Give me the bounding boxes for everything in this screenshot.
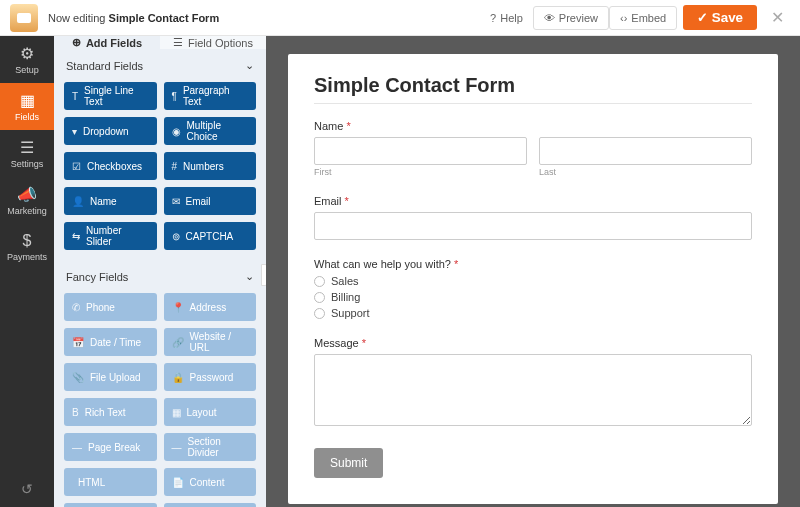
gear-icon: ⚙ <box>0 44 54 63</box>
field-phone[interactable]: ✆Phone <box>64 293 157 321</box>
field-numbers[interactable]: #Numbers <box>164 152 257 180</box>
help-link[interactable]: ?Help <box>480 7 533 29</box>
field-number-slider[interactable]: ⇆Number Slider <box>64 222 157 250</box>
field-icon: ¶ <box>172 91 177 102</box>
nav-payments[interactable]: $Payments <box>0 224 54 270</box>
field-icon: — <box>72 442 82 453</box>
standard-fields-header[interactable]: Standard Fields⌄ <box>54 49 266 82</box>
field-icon: ◉ <box>172 126 181 137</box>
field-content[interactable]: 📄Content <box>164 468 257 496</box>
topbar: Now editing Simple Contact Form ?Help 👁P… <box>0 0 800 36</box>
dollar-icon: $ <box>0 232 54 250</box>
editing-label: Now editing Simple Contact Form <box>48 12 480 24</box>
field-checkboxes[interactable]: ☑Checkboxes <box>64 152 157 180</box>
field-rich-text[interactable]: BRich Text <box>64 398 157 426</box>
field-icon: ✆ <box>72 302 80 313</box>
field-website-url[interactable]: 🔗Website / URL <box>164 328 257 356</box>
option-support[interactable]: Support <box>314 307 752 319</box>
submit-button[interactable]: Submit <box>314 448 383 478</box>
chevron-down-icon: ⌄ <box>245 59 254 72</box>
field-layout[interactable]: ▦Layout <box>164 398 257 426</box>
option-billing[interactable]: Billing <box>314 291 752 303</box>
list-icon: ▦ <box>0 91 54 110</box>
field-multiple-choice[interactable]: ◉Multiple Choice <box>164 117 257 145</box>
history-icon: ↺ <box>21 481 33 497</box>
form-preview: Simple Contact Form Name * First Last Em… <box>288 54 778 504</box>
field-icon: 🔗 <box>172 337 184 348</box>
help-field[interactable]: What can we help you with? * SalesBillin… <box>314 258 752 319</box>
field-icon: ⊚ <box>172 231 180 242</box>
field-address[interactable]: 📍Address <box>164 293 257 321</box>
email-field[interactable]: Email * <box>314 195 752 240</box>
field-email[interactable]: ✉Email <box>164 187 257 215</box>
field-icon: ▾ <box>72 126 77 137</box>
field-icon: T <box>72 91 78 102</box>
revisions-button[interactable]: ↺ <box>21 481 33 497</box>
plus-icon: ⊕ <box>72 36 81 49</box>
field-icon: 🔒 <box>172 372 184 383</box>
name-field[interactable]: Name * First Last <box>314 120 752 177</box>
field-captcha[interactable]: ⊚CAPTCHA <box>164 222 257 250</box>
field-file-upload[interactable]: 📎File Upload <box>64 363 157 391</box>
message-field[interactable]: Message * <box>314 337 752 430</box>
fields-panel: ⊕Add Fields ☰Field Options Standard Fiel… <box>54 36 266 507</box>
nav-fields[interactable]: ▦Fields <box>0 83 54 130</box>
field-icon: 📎 <box>72 372 84 383</box>
title-divider <box>314 103 752 104</box>
field-icon: B <box>72 407 79 418</box>
field-icon: 👤 <box>72 196 84 207</box>
save-button[interactable]: ✓ Save <box>683 5 757 30</box>
fancy-fields-header[interactable]: Fancy Fields⌄ <box>54 260 266 293</box>
radio-icon <box>314 292 325 303</box>
first-name-input[interactable] <box>314 137 527 165</box>
app-logo <box>10 4 38 32</box>
help-icon: ? <box>490 12 496 24</box>
field-icon: 📅 <box>72 337 84 348</box>
tab-field-options[interactable]: ☰Field Options <box>160 36 266 49</box>
field-dropdown[interactable]: ▾Dropdown <box>64 117 157 145</box>
radio-icon <box>314 308 325 319</box>
nav-settings[interactable]: ☰Settings <box>0 130 54 177</box>
preview-button[interactable]: 👁Preview <box>533 6 609 30</box>
left-nav: ⚙Setup ▦Fields ☰Settings 📣Marketing $Pay… <box>0 36 54 507</box>
nav-marketing[interactable]: 📣Marketing <box>0 177 54 224</box>
field-icon: — <box>172 442 182 453</box>
megaphone-icon: 📣 <box>0 185 54 204</box>
nav-setup[interactable]: ⚙Setup <box>0 36 54 83</box>
tab-add-fields[interactable]: ⊕Add Fields <box>54 36 160 49</box>
field-icon: 📄 <box>172 477 184 488</box>
field-icon: 📍 <box>172 302 184 313</box>
field-entry-preview[interactable]: 👁Entry Preview <box>64 503 157 507</box>
sliders-icon: ☰ <box>173 36 183 49</box>
field-icon: ▦ <box>172 407 181 418</box>
field-password[interactable]: 🔒Password <box>164 363 257 391</box>
email-input[interactable] <box>314 212 752 240</box>
chevron-down-icon: ⌄ <box>245 270 254 283</box>
sliders-icon: ☰ <box>0 138 54 157</box>
standard-fields-grid: TSingle Line Text¶Paragraph Text▾Dropdow… <box>54 82 266 260</box>
fancy-fields-grid: ✆Phone📍Address📅Date / Time🔗Website / URL… <box>54 293 266 507</box>
field-date-time[interactable]: 📅Date / Time <box>64 328 157 356</box>
eye-icon: 👁 <box>544 12 555 24</box>
code-icon: ‹› <box>620 12 627 24</box>
field-icon: ✉ <box>172 196 180 207</box>
field-section-divider[interactable]: —Section Divider <box>164 433 257 461</box>
embed-button[interactable]: ‹›Embed <box>609 6 677 30</box>
first-sublabel: First <box>314 167 527 177</box>
field-paragraph-text[interactable]: ¶Paragraph Text <box>164 82 257 110</box>
collapse-panel-button[interactable]: ‹ <box>261 264 266 286</box>
close-button[interactable]: ✕ <box>765 8 790 27</box>
last-sublabel: Last <box>539 167 752 177</box>
last-name-input[interactable] <box>539 137 752 165</box>
field-rating[interactable]: ★Rating <box>164 503 257 507</box>
form-canvas: Simple Contact Form Name * First Last Em… <box>266 36 800 507</box>
option-sales[interactable]: Sales <box>314 275 752 287</box>
field-name[interactable]: 👤Name <box>64 187 157 215</box>
field-html[interactable]: HTML <box>64 468 157 496</box>
radio-icon <box>314 276 325 287</box>
field-single-line-text[interactable]: TSingle Line Text <box>64 82 157 110</box>
field-page-break[interactable]: —Page Break <box>64 433 157 461</box>
form-title: Simple Contact Form <box>314 74 752 97</box>
check-icon: ✓ <box>697 10 712 25</box>
message-textarea[interactable] <box>314 354 752 426</box>
